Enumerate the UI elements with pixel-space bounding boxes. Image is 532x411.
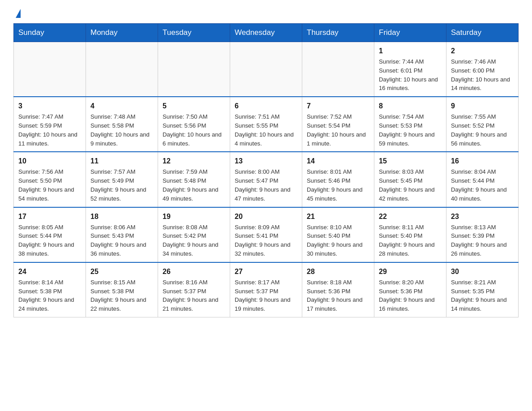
calendar-cell: [14, 42, 86, 97]
day-number: 19: [163, 211, 225, 222]
day-number: 28: [307, 266, 369, 277]
day-info: Sunrise: 7:54 AM Sunset: 5:53 PM Dayligh…: [379, 112, 442, 148]
calendar-cell: 15Sunrise: 8:03 AM Sunset: 5:45 PM Dayli…: [374, 152, 446, 207]
calendar-cell: 13Sunrise: 8:00 AM Sunset: 5:47 PM Dayli…: [230, 152, 302, 207]
day-number: 13: [235, 156, 297, 167]
calendar-cell: 1Sunrise: 7:44 AM Sunset: 6:01 PM Daylig…: [374, 42, 446, 97]
day-number: 27: [235, 266, 297, 277]
day-number: 12: [163, 156, 225, 167]
day-number: 17: [18, 211, 81, 222]
header-tuesday: Tuesday: [158, 24, 230, 42]
day-number: 2: [451, 46, 514, 56]
day-number: 4: [90, 101, 153, 111]
day-info: Sunrise: 8:11 AM Sunset: 5:40 PM Dayligh…: [379, 223, 442, 258]
calendar-cell: 25Sunrise: 8:15 AM Sunset: 5:38 PM Dayli…: [86, 262, 158, 317]
calendar-cell: [158, 42, 230, 97]
calendar-cell: 12Sunrise: 7:59 AM Sunset: 5:48 PM Dayli…: [158, 152, 230, 207]
day-info: Sunrise: 8:16 AM Sunset: 5:37 PM Dayligh…: [163, 278, 225, 313]
day-info: Sunrise: 8:09 AM Sunset: 5:41 PM Dayligh…: [235, 223, 297, 258]
calendar-cell: 10Sunrise: 7:56 AM Sunset: 5:50 PM Dayli…: [14, 152, 86, 207]
day-info: Sunrise: 8:17 AM Sunset: 5:37 PM Dayligh…: [235, 278, 297, 313]
day-number: 16: [451, 156, 514, 167]
calendar-week-row: 1Sunrise: 7:44 AM Sunset: 6:01 PM Daylig…: [14, 42, 519, 97]
day-info: Sunrise: 7:56 AM Sunset: 5:50 PM Dayligh…: [18, 167, 81, 203]
day-number: 15: [379, 156, 442, 167]
day-info: Sunrise: 7:57 AM Sunset: 5:49 PM Dayligh…: [90, 167, 153, 203]
calendar-cell: 16Sunrise: 8:04 AM Sunset: 5:44 PM Dayli…: [446, 152, 519, 207]
day-info: Sunrise: 8:04 AM Sunset: 5:44 PM Dayligh…: [451, 167, 514, 203]
day-number: 26: [163, 266, 225, 277]
day-number: 18: [90, 211, 153, 222]
day-info: Sunrise: 7:51 AM Sunset: 5:55 PM Dayligh…: [235, 112, 297, 148]
calendar-cell: 29Sunrise: 8:20 AM Sunset: 5:36 PM Dayli…: [374, 262, 446, 317]
logo: [13, 9, 21, 19]
calendar-table: SundayMondayTuesdayWednesdayThursdayFrid…: [13, 23, 519, 317]
day-number: 25: [90, 266, 153, 277]
day-number: 24: [18, 266, 81, 277]
calendar-cell: 24Sunrise: 8:14 AM Sunset: 5:38 PM Dayli…: [14, 262, 86, 317]
calendar-cell: 3Sunrise: 7:47 AM Sunset: 5:59 PM Daylig…: [14, 97, 86, 152]
day-info: Sunrise: 7:46 AM Sunset: 6:00 PM Dayligh…: [451, 57, 514, 93]
calendar-cell: 23Sunrise: 8:13 AM Sunset: 5:39 PM Dayli…: [446, 207, 519, 262]
day-number: 6: [235, 101, 297, 111]
day-info: Sunrise: 8:20 AM Sunset: 5:36 PM Dayligh…: [379, 278, 442, 313]
calendar-cell: 4Sunrise: 7:48 AM Sunset: 5:58 PM Daylig…: [86, 97, 158, 152]
day-info: Sunrise: 8:13 AM Sunset: 5:39 PM Dayligh…: [451, 223, 514, 258]
calendar-week-row: 3Sunrise: 7:47 AM Sunset: 5:59 PM Daylig…: [14, 97, 519, 152]
calendar-cell: 5Sunrise: 7:50 AM Sunset: 5:56 PM Daylig…: [158, 97, 230, 152]
calendar-cell: 21Sunrise: 8:10 AM Sunset: 5:40 PM Dayli…: [302, 207, 374, 262]
day-number: 29: [379, 266, 442, 277]
day-info: Sunrise: 8:06 AM Sunset: 5:43 PM Dayligh…: [90, 223, 153, 258]
header-sunday: Sunday: [14, 24, 86, 42]
calendar-cell: 17Sunrise: 8:05 AM Sunset: 5:44 PM Dayli…: [14, 207, 86, 262]
day-number: 11: [90, 156, 153, 167]
day-number: 8: [379, 101, 442, 111]
calendar-cell: 11Sunrise: 7:57 AM Sunset: 5:49 PM Dayli…: [86, 152, 158, 207]
calendar-cell: 8Sunrise: 7:54 AM Sunset: 5:53 PM Daylig…: [374, 97, 446, 152]
calendar-cell: 7Sunrise: 7:52 AM Sunset: 5:54 PM Daylig…: [302, 97, 374, 152]
day-number: 9: [451, 101, 514, 111]
day-info: Sunrise: 7:44 AM Sunset: 6:01 PM Dayligh…: [379, 57, 442, 93]
day-info: Sunrise: 8:18 AM Sunset: 5:36 PM Dayligh…: [307, 278, 369, 313]
calendar-cell: 6Sunrise: 7:51 AM Sunset: 5:55 PM Daylig…: [230, 97, 302, 152]
day-info: Sunrise: 8:01 AM Sunset: 5:46 PM Dayligh…: [307, 167, 369, 203]
header-wednesday: Wednesday: [230, 24, 302, 42]
day-info: Sunrise: 8:10 AM Sunset: 5:40 PM Dayligh…: [307, 223, 369, 258]
calendar-week-row: 24Sunrise: 8:14 AM Sunset: 5:38 PM Dayli…: [14, 262, 519, 317]
day-info: Sunrise: 7:47 AM Sunset: 5:59 PM Dayligh…: [18, 112, 81, 148]
day-number: 21: [307, 211, 369, 222]
day-info: Sunrise: 8:08 AM Sunset: 5:42 PM Dayligh…: [163, 223, 225, 258]
calendar-week-row: 17Sunrise: 8:05 AM Sunset: 5:44 PM Dayli…: [14, 207, 519, 262]
calendar-cell: 19Sunrise: 8:08 AM Sunset: 5:42 PM Dayli…: [158, 207, 230, 262]
calendar-cell: 27Sunrise: 8:17 AM Sunset: 5:37 PM Dayli…: [230, 262, 302, 317]
header-thursday: Thursday: [302, 24, 374, 42]
calendar-cell: 28Sunrise: 8:18 AM Sunset: 5:36 PM Dayli…: [302, 262, 374, 317]
calendar-cell: 22Sunrise: 8:11 AM Sunset: 5:40 PM Dayli…: [374, 207, 446, 262]
day-info: Sunrise: 7:59 AM Sunset: 5:48 PM Dayligh…: [163, 167, 225, 203]
day-info: Sunrise: 7:48 AM Sunset: 5:58 PM Dayligh…: [90, 112, 153, 148]
header-monday: Monday: [86, 24, 158, 42]
calendar-cell: 18Sunrise: 8:06 AM Sunset: 5:43 PM Dayli…: [86, 207, 158, 262]
day-number: 20: [235, 211, 297, 222]
calendar-cell: 26Sunrise: 8:16 AM Sunset: 5:37 PM Dayli…: [158, 262, 230, 317]
day-number: 22: [379, 211, 442, 222]
day-info: Sunrise: 8:21 AM Sunset: 5:35 PM Dayligh…: [451, 278, 514, 313]
day-number: 23: [451, 211, 514, 222]
calendar-cell: [302, 42, 374, 97]
logo-triangle-icon: [16, 9, 21, 18]
day-number: 5: [163, 101, 225, 111]
day-number: 30: [451, 266, 514, 277]
day-number: 7: [307, 101, 369, 111]
day-number: 1: [379, 46, 442, 56]
day-info: Sunrise: 7:50 AM Sunset: 5:56 PM Dayligh…: [163, 112, 225, 148]
calendar-cell: 20Sunrise: 8:09 AM Sunset: 5:41 PM Dayli…: [230, 207, 302, 262]
day-info: Sunrise: 7:55 AM Sunset: 5:52 PM Dayligh…: [451, 112, 514, 148]
calendar-cell: 2Sunrise: 7:46 AM Sunset: 6:00 PM Daylig…: [446, 42, 519, 97]
day-number: 14: [307, 156, 369, 167]
calendar-cell: 14Sunrise: 8:01 AM Sunset: 5:46 PM Dayli…: [302, 152, 374, 207]
day-info: Sunrise: 7:52 AM Sunset: 5:54 PM Dayligh…: [307, 112, 369, 148]
day-info: Sunrise: 8:15 AM Sunset: 5:38 PM Dayligh…: [90, 278, 153, 313]
day-number: 3: [18, 101, 81, 111]
page-header: [13, 9, 519, 19]
day-info: Sunrise: 8:00 AM Sunset: 5:47 PM Dayligh…: [235, 167, 297, 203]
